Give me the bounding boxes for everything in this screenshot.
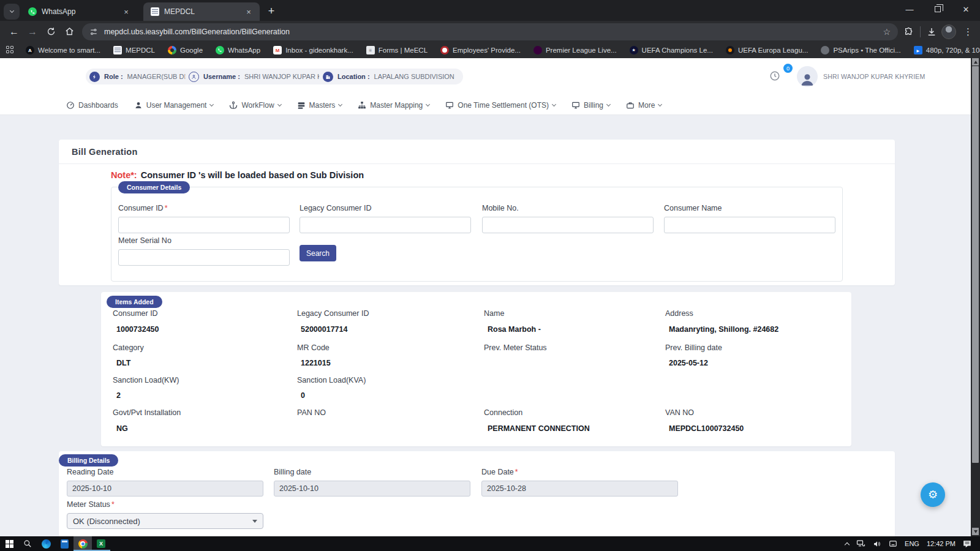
home-button[interactable] (60, 23, 78, 41)
billing-date-input[interactable] (274, 481, 470, 497)
browser-menu-icon[interactable]: ⋮ (961, 26, 975, 37)
legacy-consumer-id-input[interactable] (300, 217, 471, 233)
chrome-taskbar-icon[interactable] (74, 536, 92, 551)
bookmark-item[interactable]: UEFA Europa Leagu... (726, 46, 808, 54)
reload-button[interactable] (42, 23, 60, 41)
meter-status-label: Meter Status* (67, 500, 115, 509)
restore-button[interactable] (924, 0, 952, 18)
reading-date-input[interactable] (67, 481, 263, 497)
page-scrollbar[interactable] (971, 58, 980, 536)
action-center-icon[interactable] (963, 540, 971, 548)
settings-fab[interactable]: ⚙ (921, 482, 945, 507)
bookmark-item[interactable]: MInbox - gideonkhark... (273, 46, 353, 54)
excel-taskbar-icon[interactable]: X (92, 536, 110, 551)
nav-masters[interactable]: Masters (297, 101, 342, 110)
hidden-icons-chevron[interactable] (845, 541, 849, 547)
tab-whatsapp[interactable]: WhatsApp × (21, 2, 137, 21)
nav-ots[interactable]: One Time Settlement (OTS) (445, 101, 556, 110)
billing-details-card: Billing Details Reading Date Billing dat… (59, 451, 895, 536)
user-avatar[interactable] (797, 66, 818, 87)
prev-billing-date-label: Prev. Billing date (665, 343, 722, 352)
mr-code-label: MR Code (297, 343, 330, 352)
bookmark-item[interactable]: ≡Forms | MeECL (366, 46, 428, 54)
tab-mepdcl[interactable]: MEPDCL × (143, 2, 260, 21)
downloads-icon[interactable] (927, 27, 937, 37)
extensions-icon[interactable] (904, 27, 914, 37)
forms-favicon: ≡ (366, 46, 375, 54)
bookmark-item[interactable]: ★UEFA Champions Le... (630, 46, 713, 54)
items-added-card: Items Added Consumer ID 1000732450 Legac… (101, 292, 851, 446)
close-window-button[interactable]: ✕ (952, 0, 980, 18)
bookmark-item[interactable]: PSArips • The Offici... (821, 46, 900, 54)
back-button[interactable]: ← (5, 23, 23, 41)
scrollbar-thumb[interactable] (972, 66, 979, 463)
toolbar-right: ⋮ (904, 24, 975, 39)
site-settings-icon[interactable] (89, 28, 98, 36)
forward-button[interactable]: → (23, 23, 42, 41)
consumer-id-input[interactable] (118, 217, 290, 233)
bookmarks-bar: AWelcome to smart... MEPDCL Google Whats… (0, 42, 980, 58)
apps-grid-icon[interactable] (6, 46, 13, 54)
search-button[interactable]: Search (300, 245, 336, 261)
nav-dashboards[interactable]: Dashboards (66, 101, 118, 110)
nav-master-mapping[interactable]: Master Mapping (358, 101, 429, 110)
meter-status-select[interactable]: OK (Disconnected) (67, 513, 263, 529)
person-circle-icon (189, 72, 199, 82)
close-tab-icon[interactable]: × (244, 7, 254, 17)
scroll-down-arrow[interactable] (972, 528, 979, 535)
network-icon[interactable] (856, 540, 865, 547)
taskbar-search-button[interactable] (18, 536, 37, 551)
mobile-no-input[interactable] (482, 217, 654, 233)
nav-user-management[interactable]: User Management (134, 101, 214, 110)
close-tab-icon[interactable]: × (121, 7, 131, 17)
volume-icon[interactable] (873, 540, 881, 548)
browser-profile-avatar[interactable] (941, 24, 956, 39)
touch-keyboard-icon[interactable] (889, 540, 897, 547)
bookmark-item[interactable]: WhatsApp (216, 46, 260, 54)
legacy-consumer-id-label: Legacy Consumer ID (297, 309, 369, 318)
language-indicator[interactable]: ENG (905, 540, 919, 547)
new-tab-button[interactable]: + (263, 3, 279, 19)
mobile-no-label: Mobile No. (482, 204, 519, 212)
consumer-id-label: Consumer ID (113, 309, 158, 318)
browser-toolbar: ← → mepdcl.ubs.ieasybill.com/BillGenerat… (0, 21, 980, 42)
minimize-button[interactable]: — (895, 0, 924, 18)
calculator-taskbar-icon[interactable] (55, 536, 74, 551)
required-mark: * (165, 204, 168, 212)
due-date-input[interactable] (481, 481, 678, 497)
bookmark-item[interactable]: Google (168, 46, 203, 54)
category-label: Category (113, 343, 144, 352)
bookmark-item[interactable]: Premier League Live... (533, 46, 617, 54)
edge-taskbar-icon[interactable] (37, 536, 55, 551)
bookmark-item[interactable]: ▶480p, 720p, & 1080... (914, 46, 980, 54)
tab-search-button[interactable] (4, 4, 20, 20)
bookmark-star-icon[interactable]: ☆ (883, 27, 891, 37)
consumer-name-input[interactable] (664, 217, 835, 233)
sitemap-icon (358, 101, 366, 110)
clock-icon[interactable] (769, 70, 780, 81)
meter-serial-input[interactable] (118, 249, 290, 266)
whatsapp-favicon (216, 46, 224, 54)
clock-time[interactable]: 12:42 PM (927, 540, 956, 547)
nav-more[interactable]: More (626, 101, 662, 110)
bookmark-item[interactable]: Employees' Provide... (440, 46, 521, 54)
tab-title: MEPDCL (164, 7, 239, 16)
excel-icon: X (97, 539, 105, 548)
bookmark-item[interactable]: AWelcome to smart... (26, 46, 100, 54)
nav-workflow[interactable]: WorkFlow (229, 101, 281, 110)
scroll-up-arrow[interactable] (972, 58, 979, 66)
chevron-down-icon (277, 102, 282, 106)
url-text[interactable]: mepdcl.ubs.ieasybill.com/BillGeneration/… (104, 28, 876, 36)
mepdcl-favicon (151, 7, 159, 16)
search-icon (23, 539, 32, 548)
monitor-icon (571, 101, 580, 110)
url-bar[interactable]: mepdcl.ubs.ieasybill.com/BillGeneration/… (82, 23, 898, 40)
chevron-down-icon (209, 102, 214, 106)
bookmark-item[interactable]: MEPDCL (113, 46, 155, 54)
sanction-load-kva-value: 0 (301, 391, 305, 400)
system-tray: ENG 12:42 PM (845, 540, 980, 548)
start-button[interactable] (0, 536, 18, 551)
premier-league-favicon (533, 46, 542, 54)
nav-billing[interactable]: Billing (571, 101, 610, 110)
window-controls: — ✕ (895, 0, 980, 21)
